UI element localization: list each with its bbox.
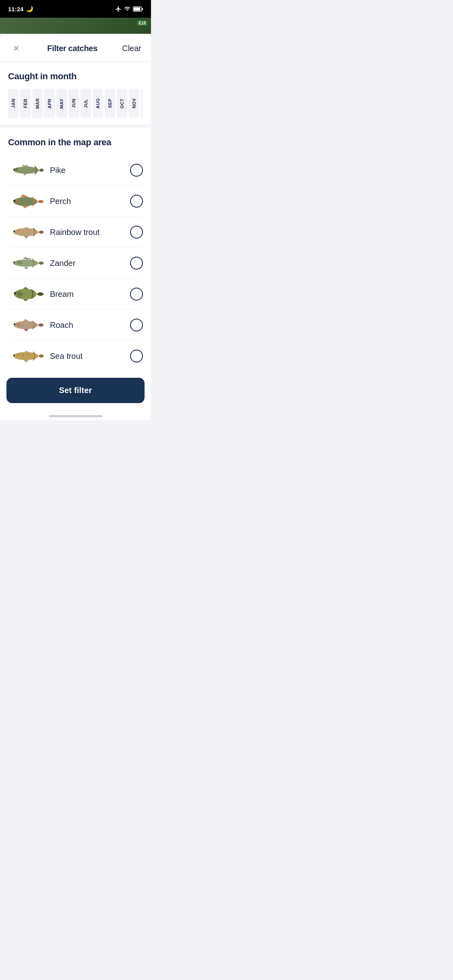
- svg-point-20: [17, 291, 23, 297]
- month-cell-nov[interactable]: NOV: [129, 89, 139, 118]
- fish-item-pike[interactable]: Pike: [8, 155, 143, 186]
- month-cell-mar[interactable]: MAR: [32, 89, 43, 118]
- fish-image-roach: [8, 315, 44, 335]
- month-cell-jul[interactable]: JUL: [81, 89, 91, 118]
- month-section: Caught in month JANFEBMARAPRMAYJUNJULAUG…: [0, 62, 151, 124]
- fish-image-sea-trout: [8, 346, 44, 366]
- svg-point-29: [23, 355, 24, 356]
- fish-section-title: Common in the map area: [8, 137, 143, 148]
- month-label-apr: APR: [47, 99, 52, 109]
- svg-point-28: [18, 354, 19, 355]
- map-preview: E18: [0, 18, 151, 34]
- svg-point-4: [14, 168, 19, 171]
- status-right: [115, 6, 143, 12]
- svg-point-26: [13, 354, 15, 356]
- fish-image-trout: [8, 222, 44, 242]
- clear-button[interactable]: Clear: [122, 44, 141, 53]
- modal-title: Filter catches: [47, 44, 97, 53]
- section-divider: [0, 124, 151, 128]
- modal-header: ✕ Filter catches Clear: [0, 34, 151, 62]
- month-cell-aug[interactable]: AUG: [93, 89, 103, 118]
- close-button[interactable]: ✕: [10, 42, 23, 55]
- fish-checkbox-bream[interactable]: [130, 288, 143, 301]
- month-cell-sep[interactable]: SEP: [105, 89, 115, 118]
- month-cell-may[interactable]: MAY: [56, 89, 67, 118]
- month-label-may: MAY: [59, 99, 64, 109]
- fish-name-sea-trout: Sea trout: [50, 352, 130, 361]
- fish-checkbox-zander[interactable]: [130, 257, 143, 270]
- month-cell-feb[interactable]: FEB: [20, 89, 31, 118]
- month-cell-oct[interactable]: OCT: [117, 89, 127, 118]
- svg-point-30: [28, 354, 29, 355]
- svg-point-24: [18, 324, 19, 325]
- svg-point-23: [16, 323, 22, 327]
- fish-checkbox-perch[interactable]: [130, 195, 143, 208]
- month-label-jan: JAN: [11, 99, 16, 108]
- svg-point-19: [14, 292, 16, 294]
- fish-section: Common in the map area Pike Perch: [0, 128, 151, 371]
- fish-item-bream[interactable]: Bream: [8, 279, 143, 310]
- fish-name-bream: Bream: [50, 290, 130, 299]
- svg-point-5: [13, 169, 15, 170]
- close-icon: ✕: [13, 43, 20, 53]
- month-cell-jun[interactable]: JUN: [68, 89, 79, 118]
- fish-checkbox-trout[interactable]: [130, 226, 143, 239]
- svg-point-8: [15, 199, 20, 203]
- month-label-feb: FEB: [23, 99, 28, 108]
- time-display: 11:24: [8, 6, 23, 12]
- fish-image-perch: [8, 191, 44, 211]
- fish-item-zander[interactable]: Zander: [8, 248, 143, 279]
- month-label-sep: SEP: [108, 99, 112, 108]
- month-label-nov: NOV: [132, 98, 137, 108]
- month-label-oct: OCT: [120, 99, 124, 109]
- svg-point-13: [22, 231, 23, 232]
- fish-checkbox-sea-trout[interactable]: [130, 350, 143, 362]
- home-bar: [49, 415, 103, 417]
- fish-name-zander: Zander: [50, 259, 130, 268]
- fish-image-pike: [8, 161, 44, 180]
- airplane-icon: [115, 6, 122, 12]
- month-cell-jan[interactable]: JAN: [8, 89, 19, 118]
- fish-name-perch: Perch: [50, 197, 130, 206]
- battery-icon: [133, 6, 143, 12]
- moon-icon: 🌙: [26, 5, 33, 12]
- fish-item-rainbow-trout[interactable]: Rainbow trout: [8, 217, 143, 248]
- month-cell-dec[interactable]: DEC: [141, 89, 143, 118]
- status-bar: 11:24 🌙: [0, 0, 151, 18]
- home-indicator: [0, 411, 151, 420]
- e18-badge: E18: [137, 20, 148, 26]
- fish-name-roach: Roach: [50, 321, 130, 330]
- svg-rect-2: [134, 7, 141, 10]
- svg-point-12: [18, 230, 19, 231]
- month-cell-apr[interactable]: APR: [44, 89, 55, 118]
- set-filter-button[interactable]: Set filter: [6, 378, 145, 403]
- fish-image-bream: [8, 284, 44, 304]
- svg-rect-1: [142, 8, 143, 10]
- month-label-jun: JUN: [71, 99, 76, 108]
- fish-image-zander: [8, 253, 44, 273]
- fish-item-perch[interactable]: Perch: [8, 186, 143, 217]
- svg-point-22: [14, 323, 15, 325]
- status-left: 11:24 🌙: [8, 5, 33, 12]
- svg-point-10: [13, 231, 15, 232]
- svg-point-17: [17, 261, 23, 265]
- fish-name-pike: Pike: [50, 166, 130, 175]
- month-label-aug: AUG: [95, 98, 100, 109]
- svg-point-16: [13, 261, 15, 263]
- month-label-jul: JUL: [83, 99, 88, 108]
- fish-checkbox-roach[interactable]: [130, 319, 143, 331]
- modal-sheet: ✕ Filter catches Clear Caught in month J…: [0, 34, 151, 420]
- fish-item-roach[interactable]: Roach: [8, 310, 143, 341]
- wifi-icon: [124, 6, 130, 12]
- fish-item-sea-trout[interactable]: Sea trout: [8, 341, 143, 371]
- svg-point-14: [27, 230, 29, 231]
- month-grid: JANFEBMARAPRMAYJUNJULAUGSEPOCTNOVDEC: [8, 89, 143, 118]
- fish-checkbox-pike[interactable]: [130, 164, 143, 177]
- fish-name-trout: Rainbow trout: [50, 228, 130, 237]
- month-label-mar: MAR: [35, 98, 40, 109]
- fish-list: Pike Perch Rainbow trout: [8, 155, 143, 371]
- month-section-title: Caught in month: [8, 71, 143, 82]
